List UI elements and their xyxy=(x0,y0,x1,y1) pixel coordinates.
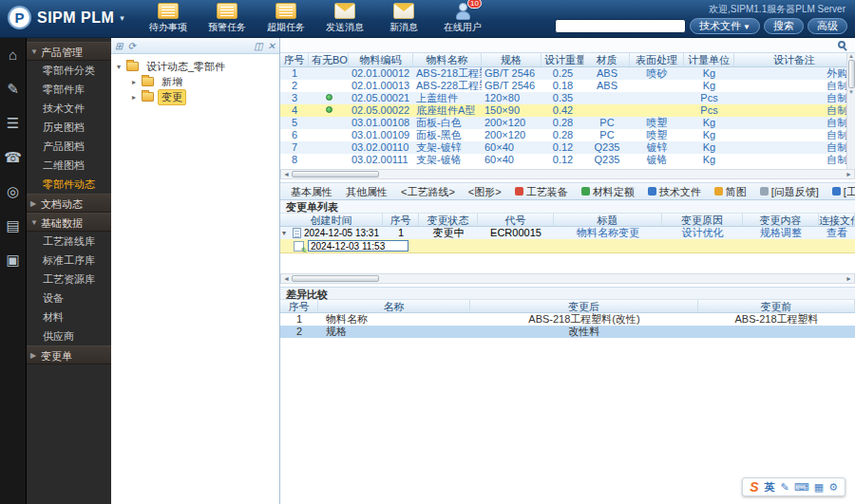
column-header[interactable]: 计量单位 xyxy=(684,53,734,66)
column-header[interactable]: 变更前 xyxy=(698,300,855,312)
nav-strip-icon[interactable]: ✎ xyxy=(0,72,26,106)
scroll-right-icon[interactable]: ► xyxy=(844,275,854,282)
table-row[interactable]: 2 02.01.00013 ABS-228工程塑料 GB/T 2546 0.18… xyxy=(280,80,855,92)
cell-change-reason[interactable]: 设计优化 xyxy=(662,227,743,239)
change-order-edit-row[interactable] xyxy=(280,239,855,253)
table-row[interactable]: 3 02.05.00021 上盖组件 120×80 0.35 Pcs 自制! xyxy=(280,92,855,104)
cell-material-name[interactable]: 支架-镀铬 xyxy=(413,154,482,166)
change-order-row[interactable]: ▾ 2024-12-05 13:31 1 变更中 ECR00015 物料名称变更… xyxy=(280,227,855,239)
column-header[interactable]: 物料名称 xyxy=(413,53,482,66)
ime-logo-icon[interactable]: S xyxy=(750,479,758,495)
detail-tab[interactable]: <图形> xyxy=(462,183,508,199)
sidebar-item[interactable]: 工艺资源库 xyxy=(27,270,111,289)
column-header[interactable]: 代号 xyxy=(478,214,554,226)
column-header[interactable]: 变更后 xyxy=(470,300,698,312)
column-header[interactable]: 创建时间 xyxy=(280,214,383,226)
cell-material-name[interactable]: 面板-白色 xyxy=(413,117,482,129)
row-expander-icon[interactable]: ▾ xyxy=(282,227,292,239)
sidebar-item[interactable]: 零部件动态 xyxy=(27,175,111,194)
cell-material-code[interactable]: 02.05.00022 xyxy=(349,104,413,117)
toolbar-button[interactable]: 发送消息 xyxy=(321,3,369,34)
sidebar-item[interactable]: 工艺路线库 xyxy=(27,232,111,251)
nav-strip-icon[interactable]: ⌂ xyxy=(0,38,26,72)
detail-tab[interactable]: 简图 xyxy=(708,183,753,199)
nav-strip-icon[interactable]: ▤ xyxy=(0,209,26,243)
tree-expander-icon[interactable]: ▸ xyxy=(132,78,142,86)
table-row[interactable]: 7 03.02.00110 支架-镀锌 60×40 0.12 Q235 镀锌 K… xyxy=(280,141,855,154)
detail-tab[interactable]: 材料定额 xyxy=(575,183,641,199)
search-input[interactable] xyxy=(555,19,686,33)
cell-material-name[interactable]: 上盖组件 xyxy=(413,92,482,104)
toolbar-button[interactable]: 新消息 xyxy=(380,3,428,34)
column-header[interactable]: 材质 xyxy=(584,53,630,66)
nav-strip-icon[interactable]: ▣ xyxy=(0,243,26,277)
tree-node[interactable]: ▸ 新增 xyxy=(111,74,279,89)
column-header[interactable]: 变更内容 xyxy=(743,214,819,226)
column-header[interactable]: 名称 xyxy=(318,300,470,312)
diff-row[interactable]: 2 规格 改性料 xyxy=(280,326,855,338)
table-row[interactable]: 1 02.01.00012 ABS-218工程塑料 GB/T 2546 0.25… xyxy=(280,67,855,80)
column-header[interactable]: 标题 xyxy=(554,214,662,226)
toolbar-button[interactable]: 预警任务 xyxy=(203,3,251,34)
cell-material-name[interactable]: 面板-黑色 xyxy=(413,129,482,141)
cell-material-code[interactable]: 03.01.00108 xyxy=(349,117,413,129)
sidebar-item[interactable]: 标准工序库 xyxy=(27,251,111,270)
scroll-right-icon[interactable]: ► xyxy=(844,171,854,177)
cell-change-title[interactable]: 物料名称变更 xyxy=(554,227,662,239)
table-row[interactable]: 5 03.01.00108 面板-白色 200×120 0.28 PC 喷塑 K… xyxy=(280,117,855,129)
ime-tool-icon[interactable]: ⚙ xyxy=(828,481,838,494)
table-row[interactable]: 8 03.02.00111 支架-镀铬 60×40 0.12 Q235 镀铬 K… xyxy=(280,154,855,166)
created-time-edit-input[interactable] xyxy=(308,240,408,252)
cell-material-code[interactable]: 02.01.00012 xyxy=(349,67,413,80)
sidebar-item[interactable]: 供应商 xyxy=(27,327,111,345)
table-row[interactable]: 6 03.01.00109 面板-黑色 200×120 0.28 PC 喷塑 K… xyxy=(280,129,855,141)
ime-tool-icon[interactable]: ⌨ xyxy=(794,481,809,494)
tree-toolbar-icon[interactable]: ◫ xyxy=(254,39,262,53)
sidebar-item[interactable]: 二维图档 xyxy=(27,156,111,175)
sidebar-item[interactable]: 材料 xyxy=(27,308,111,327)
detail-tab[interactable]: <工艺路线> xyxy=(394,183,462,199)
search-icon[interactable] xyxy=(838,41,846,48)
column-header[interactable]: 序号 xyxy=(383,214,419,226)
cell-material-name[interactable]: ABS-228工程塑料 xyxy=(413,80,482,92)
sidebar-item[interactable]: 技术文件 xyxy=(27,99,111,118)
column-header[interactable]: 物料编码 xyxy=(349,53,413,66)
cell-change-content[interactable]: 规格调整 xyxy=(743,227,819,239)
detail-tab[interactable]: 技术文件 xyxy=(641,183,708,199)
cell-material-name[interactable]: 支架-镀锌 xyxy=(413,141,482,154)
column-header[interactable]: 有无BOM xyxy=(309,53,349,66)
column-header[interactable]: 表面处理 xyxy=(630,53,684,66)
toolbar-button[interactable]: 待办事项 xyxy=(144,3,192,34)
app-logo[interactable]: P SIPM PLM ▾ xyxy=(8,6,124,29)
sidebar-item[interactable]: ▼ 基础数据 xyxy=(27,213,111,232)
cell-link[interactable]: 查看 xyxy=(819,227,855,239)
scroll-left-icon[interactable]: ◄ xyxy=(281,171,292,177)
detail-tab[interactable]: 其他属性 xyxy=(339,183,394,199)
cell-material-code[interactable]: 03.01.00109 xyxy=(349,129,413,141)
sidebar-item[interactable]: 产品图档 xyxy=(27,137,111,156)
sidebar-item[interactable]: 零部件分类 xyxy=(27,61,111,80)
scroll-up-icon[interactable]: ▲ xyxy=(848,53,854,59)
nav-strip-icon[interactable]: ◎ xyxy=(0,175,26,209)
toolbar-button[interactable]: 超期任务 xyxy=(262,3,310,34)
scrollbar-thumb[interactable] xyxy=(292,275,379,282)
nav-strip-icon[interactable]: ☰ xyxy=(0,106,26,140)
search-scope-dropdown[interactable]: 技术文件▼ xyxy=(690,18,760,34)
column-header[interactable]: 规格 xyxy=(482,53,542,66)
detail-tab[interactable]: [问题反馈] xyxy=(753,183,826,199)
column-header[interactable]: 设计重量 xyxy=(542,53,584,66)
tree-node[interactable]: ▸ 变更 xyxy=(111,89,279,104)
sidebar-item[interactable]: 零部件库 xyxy=(27,80,111,99)
sidebar-item[interactable]: ▶ 变更单 xyxy=(27,345,111,364)
scroll-left-icon[interactable]: ◄ xyxy=(281,275,292,282)
vertical-scrollbar[interactable]: ▲ ▼ xyxy=(846,53,855,169)
tree-toolbar-icon[interactable]: ⟳ xyxy=(127,39,135,53)
tree-toolbar-icon[interactable]: ✕ xyxy=(268,39,276,53)
horizontal-scrollbar[interactable]: ◄ ► xyxy=(280,169,855,179)
cell-material-code[interactable]: 03.02.00110 xyxy=(349,141,413,154)
detail-tab[interactable]: [工艺过程图] xyxy=(826,183,855,199)
toolbar-button[interactable]: 10 在线用户 xyxy=(439,3,486,34)
diff-row[interactable]: 1 物料名称 ABS-218工程塑料(改性) ABS-218工程塑料 xyxy=(280,313,855,326)
sidebar-item[interactable]: 设备 xyxy=(27,289,111,308)
sidebar-item[interactable]: ▼ 产品管理 xyxy=(27,42,111,61)
